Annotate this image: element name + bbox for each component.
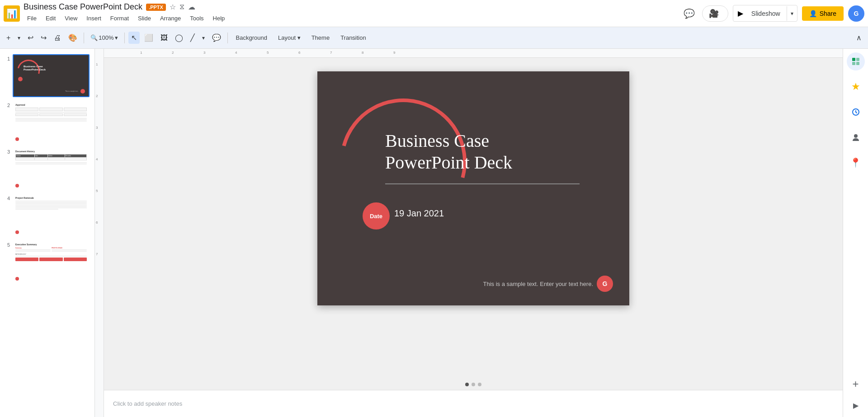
- slide-title-line2: PowerPoint Deck: [385, 152, 512, 173]
- toolbar: + ▾ ↩ ↪ 🖨 🎨 🔍 100% ▾ ↖ ⬜ 🖼 ◯ ╱ ▾ 💬 Backg…: [0, 27, 868, 49]
- right-sidebar: ★ 📍 + ▶: [843, 49, 868, 417]
- slide-thumbnail-3[interactable]: 3 Document History SectionDateAuthorRema…: [0, 145, 94, 192]
- star-icon[interactable]: ☆: [170, 3, 176, 11]
- redo-button[interactable]: ↪: [38, 32, 49, 44]
- sidebar-expand-button[interactable]: ▶: [849, 398, 862, 413]
- sidebar-add-button[interactable]: +: [852, 378, 859, 390]
- thumb1-date-badge: [18, 77, 23, 81]
- menu-tools[interactable]: Tools: [186, 13, 207, 23]
- slide-thumb-image-1: Business CasePowerPoint Deck This is a s…: [13, 54, 90, 97]
- menu-view[interactable]: View: [61, 13, 81, 23]
- slide-footer-avatar[interactable]: G: [597, 276, 613, 292]
- slide-number-3: 3: [3, 147, 10, 155]
- slide-number-4: 4: [3, 194, 10, 201]
- slide-dot-2[interactable]: [472, 383, 475, 386]
- cursor-button[interactable]: ↖: [128, 32, 140, 44]
- print-button[interactable]: 🖨: [51, 32, 64, 44]
- top-bar: 📊 Business Case PowerPoint Deck .PPTX ☆ …: [0, 0, 868, 27]
- slideshow-icon: ▶: [733, 5, 745, 21]
- theme-button[interactable]: Theme: [307, 33, 334, 43]
- app-logo[interactable]: 📊: [4, 5, 20, 22]
- slide-thumb-image-5: Executive Summary Summary PROFITS STAGE: [13, 240, 90, 283]
- left-ruler: 1 2 3 4 5 6 7: [95, 49, 104, 417]
- menu-slide[interactable]: Slide: [134, 13, 155, 23]
- slide-date-badge[interactable]: Date: [363, 202, 390, 230]
- menu-edit[interactable]: Edit: [42, 13, 59, 23]
- canvas-wrapper: 1 2 3 4 5 6 7 1 2 3 4 5 6 7 8: [95, 49, 843, 417]
- document-title[interactable]: Business Case PowerPoint Deck: [24, 2, 142, 12]
- doc-title-row: Business Case PowerPoint Deck .PPTX ☆ ⧖ …: [24, 2, 678, 12]
- line-button[interactable]: ╱: [188, 32, 198, 44]
- svg-rect-1: [856, 58, 859, 61]
- slide-dot-1[interactable]: [465, 383, 469, 386]
- title-icons: ☆ ⧖ ☁: [170, 3, 195, 11]
- menu-file[interactable]: File: [24, 13, 40, 23]
- sidebar-person-icon[interactable]: [847, 128, 865, 146]
- svg-rect-3: [856, 62, 859, 65]
- thumb1-title: Business CasePowerPoint Deck: [24, 65, 46, 71]
- sidebar-star-icon[interactable]: ★: [847, 78, 865, 96]
- slide-thumbnail-5[interactable]: 5 Executive Summary Summary PROFITS STAG…: [0, 239, 94, 285]
- slide-thumbnail-4[interactable]: 4 Project Rationale: [0, 192, 94, 239]
- slide-dot-3[interactable]: [478, 383, 481, 386]
- meet-button[interactable]: 🎥: [702, 5, 728, 22]
- menu-bar: File Edit View Insert Format Slide Arran…: [24, 12, 678, 24]
- menu-arrange[interactable]: Arrange: [156, 13, 184, 23]
- zoom-chevron-icon: ▾: [115, 34, 118, 41]
- history-icon[interactable]: ⧖: [179, 3, 184, 11]
- slide-title-underline: [385, 183, 580, 184]
- sidebar-map-icon[interactable]: 📍: [847, 154, 865, 172]
- user-avatar[interactable]: G: [848, 5, 864, 22]
- text-box-button[interactable]: ⬜: [142, 32, 156, 44]
- slide-thumbnail-2[interactable]: 2 Approval: [0, 99, 94, 145]
- svg-point-5: [854, 134, 858, 138]
- slideshow-label[interactable]: Slideshow: [745, 6, 787, 21]
- slide-panel: 1 Business CasePowerPoint Deck This is a…: [0, 49, 95, 417]
- share-button[interactable]: 👤 Share: [802, 6, 844, 21]
- slide-main-title[interactable]: Business Case PowerPoint Deck: [385, 130, 512, 173]
- sidebar-sync-icon[interactable]: [847, 103, 865, 121]
- toolbar-separator-3: [227, 33, 228, 43]
- slide5-title: Executive Summary: [15, 243, 87, 246]
- menu-help[interactable]: Help: [209, 13, 229, 23]
- meet-icon: 🎥: [709, 9, 719, 19]
- add-button[interactable]: +: [4, 32, 13, 44]
- slide-footer-text[interactable]: This is a sample text. Enter your text h…: [483, 281, 594, 287]
- slideshow-button[interactable]: ▶ Slideshow ▾: [733, 5, 797, 22]
- slide3-table: SectionDateAuthorRemarks: [15, 154, 87, 160]
- comment-add-button[interactable]: 💬: [209, 32, 224, 44]
- paint-format-button[interactable]: 🎨: [66, 32, 80, 44]
- sidebar-sheets-icon[interactable]: [847, 52, 865, 70]
- document-title-area: Business Case PowerPoint Deck .PPTX ☆ ⧖ …: [24, 2, 678, 24]
- notes-placeholder: Click to add speaker notes: [113, 400, 182, 407]
- slide-number-2: 2: [3, 101, 10, 108]
- transition-button[interactable]: Transition: [336, 33, 371, 43]
- canvas-column: 1 2 3 4 5 6 7 8 9: [104, 49, 843, 417]
- cloud-icon[interactable]: ☁: [188, 3, 195, 11]
- notes-area[interactable]: Click to add speaker notes: [104, 390, 843, 417]
- slide4-red-dot: [15, 230, 19, 234]
- layout-button[interactable]: Layout ▾: [274, 33, 305, 43]
- canvas-scroll[interactable]: Business Case PowerPoint Deck Date 19 Ja…: [104, 58, 843, 379]
- menu-format[interactable]: Format: [107, 13, 132, 23]
- share-icon: 👤: [809, 10, 817, 17]
- toolbar-separator-1: [84, 33, 84, 43]
- collapse-toolbar-button[interactable]: ∧: [854, 32, 864, 44]
- slideshow-chevron-icon[interactable]: ▾: [787, 7, 797, 20]
- line-options-button[interactable]: ▾: [199, 33, 208, 43]
- menu-insert[interactable]: Insert: [83, 13, 105, 23]
- slide-thumbnail-1[interactable]: 1 Business CasePowerPoint Deck This is a…: [0, 52, 94, 99]
- more-options-button[interactable]: ▾: [15, 33, 23, 43]
- shape-button[interactable]: ◯: [172, 32, 186, 44]
- slide2-red-dot: [15, 137, 19, 141]
- image-button[interactable]: 🖼: [158, 32, 170, 44]
- zoom-button[interactable]: 🔍 100% ▾: [88, 33, 120, 43]
- undo-button[interactable]: ↩: [25, 32, 36, 44]
- center-area: 1 2 3 4 5 6 7 1 2 3 4 5 6 7 8: [95, 49, 843, 417]
- thumb1-footer-text: This is a sample text...: [65, 90, 79, 92]
- background-button[interactable]: Background: [231, 33, 272, 43]
- thumb1-footer-avatar: [80, 89, 85, 94]
- slide-date-text[interactable]: 19 Jan 2021: [394, 208, 444, 219]
- slide-canvas[interactable]: Business Case PowerPoint Deck Date 19 Ja…: [317, 71, 629, 305]
- comment-button[interactable]: 💬: [681, 5, 698, 22]
